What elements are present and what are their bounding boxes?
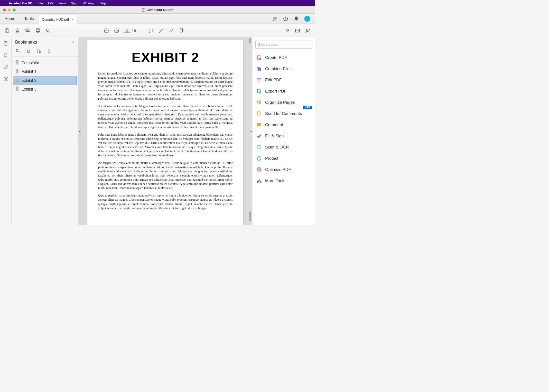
print-icon[interactable] <box>35 27 41 34</box>
svg-rect-7 <box>6 31 8 32</box>
bookmark-item[interactable]: Exhibit 3 <box>12 85 78 94</box>
scrollbar-thumb[interactable] <box>249 211 251 221</box>
close-icon[interactable] <box>3 9 6 11</box>
svg-point-11 <box>47 29 49 31</box>
bookmark-add-icon[interactable] <box>36 48 42 54</box>
highlight-icon[interactable] <box>158 27 165 34</box>
zoom-icon[interactable] <box>13 9 16 11</box>
menu-window[interactable]: Window <box>83 1 94 5</box>
bookmark-item[interactable]: Complaint <box>12 59 78 67</box>
tool-more-tools[interactable]: More Tools <box>255 175 312 187</box>
sign-icon[interactable] <box>168 27 175 34</box>
menu-sign[interactable]: Sign <box>71 1 77 5</box>
attachments-icon[interactable] <box>3 64 9 70</box>
edit-pdf-icon <box>256 77 262 83</box>
menu-edit[interactable]: Edit <box>48 1 54 5</box>
tab-document[interactable]: Complaint-UD.pdf × <box>38 15 77 24</box>
tabbar: Home Tools Complaint-UD.pdf × <box>0 14 315 24</box>
organize-pages-icon <box>256 100 262 105</box>
document-viewer[interactable]: ◀ EXHIBIT 2 Lorem ipsum dolor sit amet, … <box>78 37 252 225</box>
tool-label: More Tools <box>265 178 285 183</box>
window-title: ▾ Complaint-UD.pdf <box>142 8 173 12</box>
tab-home[interactable]: Home <box>0 13 20 24</box>
tool-export-pdf[interactable]: Export PDF <box>255 86 312 97</box>
bookmarks-options-icon[interactable] <box>15 48 21 54</box>
bookmarks-panel: Bookmarks × Complaint Exhibit 1 Exhibit … <box>12 37 78 225</box>
bookmark-item-selected[interactable]: Exhibit 2 <box>13 76 77 85</box>
traffic-lights <box>0 9 16 11</box>
share-link-icon[interactable] <box>284 27 291 34</box>
export-pdf-icon <box>256 89 262 94</box>
email-icon[interactable] <box>294 27 301 34</box>
tool-label: Export PDF <box>265 89 287 94</box>
collapse-left-panel-icon[interactable]: ◀ <box>78 126 81 137</box>
page-current-input[interactable] <box>123 28 130 33</box>
tool-fill-sign[interactable]: Fill & Sign <box>255 131 312 142</box>
add-person-icon[interactable] <box>304 27 311 34</box>
thumbnails-icon[interactable] <box>3 41 9 47</box>
bookmark-item[interactable]: Exhibit 1 <box>12 67 78 76</box>
tool-label: Organize Pages <box>265 100 295 105</box>
main-area: Bookmarks × Complaint Exhibit 1 Exhibit … <box>0 37 315 225</box>
menu-file[interactable]: File <box>38 1 43 5</box>
notifications-icon[interactable] <box>294 16 299 21</box>
bookmark-tag-icon[interactable] <box>46 48 52 54</box>
star-icon[interactable] <box>14 27 21 34</box>
bookmark-label: Exhibit 2 <box>21 78 36 83</box>
tool-comment[interactable]: Comment <box>255 119 312 131</box>
save-icon[interactable] <box>4 27 11 34</box>
bookmark-delete-icon[interactable] <box>25 48 32 54</box>
toolbar: / 6 <box>0 24 315 37</box>
bookmark-label: Complaint <box>21 61 39 65</box>
pdf-page: EXHIBIT 2 Lorem ipsum dolor sit amet, co… <box>87 40 243 225</box>
tool-label: Scan & OCR <box>265 145 289 150</box>
bookmark-small-icon <box>15 69 19 75</box>
minimize-icon[interactable] <box>8 9 11 11</box>
app-name[interactable]: Acrobat Pro DC <box>9 1 32 5</box>
svg-rect-21 <box>17 51 18 52</box>
tool-scan-ocr[interactable]: Scan & OCR <box>255 142 312 153</box>
menu-view[interactable]: View <box>59 1 66 5</box>
svg-rect-31 <box>257 101 259 103</box>
page-down-icon[interactable] <box>113 27 120 34</box>
search-tools-input[interactable]: Search tools <box>255 40 312 49</box>
page-up-icon[interactable] <box>103 27 110 34</box>
fill-sign-icon <box>256 133 262 139</box>
edit-page-icon[interactable] <box>178 27 185 34</box>
tool-protect[interactable]: Protect <box>255 153 312 164</box>
tool-combine-files[interactable]: Combine Files <box>255 63 312 75</box>
svg-rect-33 <box>258 112 260 115</box>
combine-files-icon <box>256 66 262 72</box>
tool-send-for-comments[interactable]: NEW Send for Comments <box>255 108 312 119</box>
comment-icon <box>256 122 262 128</box>
svg-rect-35 <box>257 146 261 148</box>
svg-rect-14 <box>149 29 153 32</box>
page-total: 6 <box>134 29 136 33</box>
sticky-note-icon[interactable] <box>148 27 154 34</box>
search-icon[interactable] <box>45 27 52 34</box>
svg-point-5 <box>285 19 286 20</box>
body-paragraph: Lorem ipsum dolor sit amet, consectetur … <box>98 72 233 101</box>
bookmarks-close-icon[interactable]: × <box>72 40 75 45</box>
body-paragraph: Quis imperdiet massa tincidunt nunc pulv… <box>98 194 233 210</box>
bookmark-small-icon <box>15 86 19 92</box>
body-paragraph: Felis eget nunc lobortis mattis aliquam.… <box>98 133 233 158</box>
bookmark-label: Exhibit 1 <box>21 70 36 74</box>
user-avatar[interactable] <box>304 16 310 22</box>
bookmarks-icon[interactable] <box>3 52 9 58</box>
tool-edit-pdf[interactable]: Edit PDF <box>255 75 312 86</box>
help-icon[interactable] <box>283 16 288 21</box>
close-tab-icon[interactable]: × <box>71 18 73 21</box>
comments-icon[interactable] <box>272 16 278 21</box>
layers-icon[interactable] <box>3 76 9 82</box>
cloud-upload-icon[interactable] <box>24 27 31 34</box>
tool-create-pdf[interactable]: Create PDF <box>255 52 312 63</box>
tool-label: Optimize PDF <box>265 167 291 172</box>
tool-optimize-pdf[interactable]: Optimize PDF <box>255 164 312 175</box>
scrollbar-thumb-top[interactable] <box>249 38 251 44</box>
menu-help[interactable]: Help <box>99 1 106 5</box>
tab-tools[interactable]: Tools <box>20 13 38 24</box>
body-paragraph: A erat nam at lectus urna duis. Magna fe… <box>98 104 233 129</box>
tool-label: Combine Files <box>265 66 292 71</box>
bookmarks-list: Complaint Exhibit 1 Exhibit 2 Exhibit 3 <box>12 57 78 96</box>
